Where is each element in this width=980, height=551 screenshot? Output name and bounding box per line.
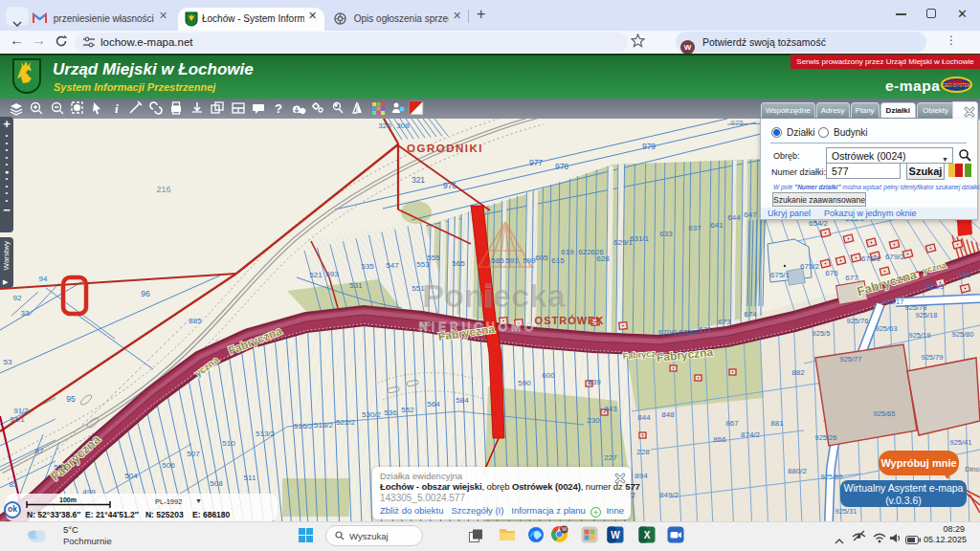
- svg-text:925/79: 925/79: [922, 353, 944, 362]
- svg-text:92: 92: [13, 294, 22, 302]
- svg-text:925/31: 925/31: [835, 507, 858, 516]
- svg-text:91/2: 91/2: [13, 407, 29, 415]
- svg-text:?: ?: [275, 101, 282, 116]
- svg-text:679/1: 679/1: [861, 254, 881, 263]
- svg-text:631/1: 631/1: [630, 234, 650, 243]
- svg-text:308: 308: [396, 121, 410, 130]
- svg-text:926: 926: [959, 271, 971, 279]
- svg-text:53: 53: [4, 358, 12, 366]
- svg-text:100m: 100m: [59, 497, 77, 503]
- svg-text:675/2: 675/2: [800, 262, 820, 271]
- svg-text:321: 321: [412, 175, 425, 185]
- svg-text:679/2: 679/2: [885, 253, 905, 261]
- svg-text:622: 622: [578, 248, 591, 256]
- svg-text:87: 87: [35, 447, 44, 455]
- svg-text:228: 228: [636, 448, 650, 456]
- svg-text:975: 975: [730, 119, 744, 127]
- svg-text:536: 536: [384, 408, 397, 417]
- svg-text:677: 677: [845, 274, 858, 282]
- svg-text:925/17: 925/17: [882, 298, 904, 306]
- svg-text:33: 33: [21, 309, 30, 318]
- svg-text:977: 977: [529, 158, 543, 167]
- svg-text:521: 521: [309, 271, 323, 279]
- svg-text:976: 976: [443, 181, 457, 190]
- svg-text:i: i: [115, 101, 119, 116]
- svg-text:619: 619: [561, 248, 574, 256]
- svg-text:564: 564: [427, 400, 440, 408]
- svg-text:X: X: [644, 530, 651, 540]
- svg-text:647: 647: [744, 210, 757, 219]
- svg-text:644: 644: [727, 213, 741, 222]
- svg-text:553: 553: [416, 260, 430, 269]
- svg-text:W: W: [562, 526, 568, 532]
- svg-text:670/1: 670/1: [658, 328, 679, 337]
- svg-text:516/2: 516/2: [294, 422, 314, 430]
- svg-text:633: 633: [659, 230, 673, 238]
- svg-text:585: 585: [491, 256, 504, 265]
- svg-text:591: 591: [505, 256, 519, 265]
- svg-text:978: 978: [555, 162, 568, 171]
- svg-text:590: 590: [518, 379, 531, 387]
- svg-text:508: 508: [210, 479, 223, 488]
- svg-text:Poniecka: Poniecka: [422, 277, 566, 314]
- svg-text:GEO-SYSTEM: GEO-SYSTEM: [942, 83, 970, 88]
- svg-text:894: 894: [635, 472, 648, 480]
- svg-text:94: 94: [39, 275, 48, 283]
- svg-text:615: 615: [551, 256, 565, 265]
- svg-text:605: 605: [535, 253, 548, 262]
- svg-text:673: 673: [718, 318, 731, 326]
- svg-text:628: 628: [596, 254, 610, 263]
- svg-text:230: 230: [587, 416, 600, 425]
- svg-text:637: 637: [688, 224, 702, 232]
- svg-text:504: 504: [124, 472, 138, 480]
- svg-text:848: 848: [661, 410, 675, 419]
- svg-text:839: 839: [588, 378, 601, 386]
- svg-text:OGRODNIKI: OGRODNIKI: [407, 143, 483, 154]
- svg-text:518/2: 518/2: [314, 421, 334, 430]
- svg-text:670/2: 670/2: [679, 328, 699, 337]
- svg-text:530/2: 530/2: [362, 410, 382, 419]
- svg-text:925/18: 925/18: [916, 311, 938, 320]
- svg-text:925/3: 925/3: [926, 282, 945, 291]
- svg-text:925/41: 925/41: [950, 438, 972, 447]
- svg-text:501: 501: [54, 463, 67, 472]
- svg-text:882: 882: [791, 368, 805, 377]
- svg-text:506: 506: [162, 461, 175, 470]
- svg-text:925/76: 925/76: [847, 317, 869, 325]
- svg-text:849/2: 849/2: [659, 491, 679, 499]
- svg-text:584: 584: [456, 396, 469, 405]
- svg-text:843: 843: [604, 405, 617, 413]
- svg-text:866: 866: [713, 435, 726, 444]
- svg-text:91/1: 91/1: [10, 415, 25, 424]
- svg-text:671: 671: [699, 325, 712, 334]
- svg-text:886: 886: [419, 320, 432, 328]
- svg-text:925/19: 925/19: [909, 331, 931, 340]
- svg-text:925/5: 925/5: [813, 329, 831, 338]
- svg-text:867: 867: [725, 419, 739, 428]
- svg-text:925/65: 925/65: [874, 409, 896, 418]
- svg-text:641: 641: [710, 221, 724, 230]
- svg-text:925/26: 925/26: [815, 433, 837, 442]
- svg-text:OSTRÓWEK: OSTRÓWEK: [535, 315, 605, 326]
- svg-text:95: 95: [66, 394, 76, 404]
- svg-text:552: 552: [401, 406, 414, 414]
- svg-text:96: 96: [141, 289, 150, 298]
- svg-text:925/63: 925/63: [876, 324, 898, 333]
- svg-text:593: 593: [325, 270, 339, 278]
- svg-text:551: 551: [412, 284, 425, 293]
- svg-text:880/2: 880/2: [788, 467, 808, 475]
- svg-text:676: 676: [825, 269, 838, 277]
- svg-text:216: 216: [156, 185, 170, 194]
- svg-text:320: 320: [378, 121, 391, 130]
- svg-text:531: 531: [349, 281, 363, 290]
- svg-text:675/1: 675/1: [770, 271, 791, 279]
- svg-text:522/2: 522/2: [336, 418, 356, 427]
- svg-text:510: 510: [222, 439, 235, 448]
- svg-text:979: 979: [642, 142, 656, 151]
- svg-text:513/2: 513/2: [256, 430, 276, 438]
- svg-text:507: 507: [187, 450, 200, 458]
- svg-text:511: 511: [244, 474, 256, 482]
- svg-text:925/77: 925/77: [840, 355, 862, 364]
- svg-text:881: 881: [770, 419, 784, 428]
- svg-text:W: W: [611, 530, 620, 540]
